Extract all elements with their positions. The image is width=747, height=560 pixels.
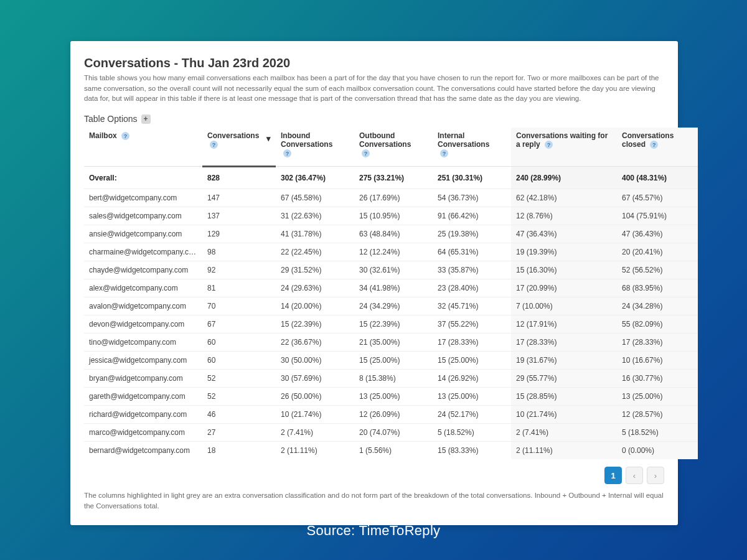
col-header-closed[interactable]: Conversations closed ? xyxy=(617,128,698,167)
cell: Overall: xyxy=(84,167,202,189)
cell: 19 (19.39%) xyxy=(511,243,617,261)
cell: 5 (18.52%) xyxy=(433,424,511,442)
chevron-left-icon: ‹ xyxy=(633,471,636,480)
cell: 22 (22.45%) xyxy=(276,243,354,261)
cell: ansie@widgetcompany.com xyxy=(84,225,202,243)
prev-page-button[interactable]: ‹ xyxy=(626,467,643,484)
cell: 63 (48.84%) xyxy=(354,225,433,243)
cell: 10 (21.74%) xyxy=(511,406,617,424)
cell: 54 (36.73%) xyxy=(433,189,511,207)
cell: 81 xyxy=(202,279,276,297)
cell: 29 (31.52%) xyxy=(276,261,354,279)
table-row: richard@widgetcompany.com4610 (21.74%)12… xyxy=(84,406,698,424)
col-header-waiting[interactable]: Conversations waiting for a reply ? xyxy=(511,128,617,167)
chevron-down-icon: ▾ xyxy=(266,134,271,143)
cell: 18 xyxy=(202,442,276,460)
cell: 13 (25.00%) xyxy=(354,388,433,406)
cell: 129 xyxy=(202,225,276,243)
cell: 10 (16.67%) xyxy=(617,352,698,370)
cell: 302 (36.47%) xyxy=(276,167,354,189)
help-icon[interactable]: ? xyxy=(283,149,291,157)
cell: 14 (20.00%) xyxy=(276,297,354,315)
cell: 15 (25.00%) xyxy=(433,352,511,370)
cell: 20 (20.41%) xyxy=(617,243,698,261)
cell: charmaine@widgetcompany.com xyxy=(84,243,202,261)
cell: 27 xyxy=(202,424,276,442)
pagination: 1 ‹ › xyxy=(84,467,664,484)
cell: 2 (7.41%) xyxy=(511,424,617,442)
cell: gareth@widgetcompany.com xyxy=(84,388,202,406)
cell: 32 (45.71%) xyxy=(433,297,511,315)
cell: 14 (26.92%) xyxy=(433,370,511,388)
cell: 29 (55.77%) xyxy=(511,370,617,388)
col-header-inbound[interactable]: Inbound Conversations ? xyxy=(276,128,354,167)
help-icon[interactable]: ? xyxy=(121,132,129,140)
col-header-outbound[interactable]: Outbound Conversations ? xyxy=(354,128,433,167)
cell: 26 (50.00%) xyxy=(276,388,354,406)
help-icon[interactable]: ? xyxy=(210,141,218,149)
cell: 251 (30.31%) xyxy=(433,167,511,189)
cell: 10 (21.74%) xyxy=(276,406,354,424)
cell: 52 (56.52%) xyxy=(617,261,698,279)
cell: 64 (65.31%) xyxy=(433,243,511,261)
cell: tino@widgetcompany.com xyxy=(84,334,202,352)
help-icon[interactable]: ? xyxy=(545,141,553,149)
col-header-mailbox[interactable]: Mailbox ? xyxy=(84,128,202,167)
col-header-label: Outbound Conversations xyxy=(359,131,411,149)
cell: 60 xyxy=(202,352,276,370)
overall-row: Overall:828302 (36.47%)275 (33.21%)251 (… xyxy=(84,167,698,189)
cell: sales@widgetcompany.com xyxy=(84,207,202,225)
cell: 17 (28.33%) xyxy=(433,334,511,352)
cell: 24 (34.29%) xyxy=(354,297,433,315)
cell: 104 (75.91%) xyxy=(617,207,698,225)
cell: 92 xyxy=(202,261,276,279)
conversations-table: Mailbox ? Conversations ? ▾ Inbound Conv… xyxy=(84,128,698,459)
cell: 30 (50.00%) xyxy=(276,352,354,370)
cell: richard@widgetcompany.com xyxy=(84,406,202,424)
cell: jessica@widgetcompany.com xyxy=(84,352,202,370)
cell: 275 (33.21%) xyxy=(354,167,433,189)
page-number-button[interactable]: 1 xyxy=(604,467,622,484)
table-row: bert@widgetcompany.com14767 (45.58%)26 (… xyxy=(84,189,698,207)
cell: 5 (18.52%) xyxy=(617,424,698,442)
help-icon[interactable]: ? xyxy=(650,141,658,149)
cell: 0 (0.00%) xyxy=(617,442,698,460)
table-row: bernard@widgetcompany.com182 (11.11%)1 (… xyxy=(84,442,698,460)
cell: 55 (82.09%) xyxy=(617,315,698,334)
cell: 47 (36.43%) xyxy=(511,225,617,243)
cell: 26 (17.69%) xyxy=(354,189,433,207)
help-icon[interactable]: ? xyxy=(362,149,370,157)
cell: 12 (12.24%) xyxy=(354,243,433,261)
cell: devon@widgetcompany.com xyxy=(84,315,202,334)
cell: chayde@widgetcompany.com xyxy=(84,261,202,279)
cell: 41 (31.78%) xyxy=(276,225,354,243)
table-options-label: Table Options xyxy=(84,114,138,124)
cell: 17 (20.99%) xyxy=(511,279,617,297)
cell: 17 (28.33%) xyxy=(617,334,698,352)
col-header-internal[interactable]: Internal Conversations ? xyxy=(433,128,511,167)
cell: 12 (26.09%) xyxy=(354,406,433,424)
col-header-label: Conversations waiting for a reply xyxy=(516,131,608,149)
cell: 400 (48.31%) xyxy=(617,167,698,189)
cell: 19 (31.67%) xyxy=(511,352,617,370)
cell: bernard@widgetcompany.com xyxy=(84,442,202,460)
cell: 1 (5.56%) xyxy=(354,442,433,460)
cell: 15 (22.39%) xyxy=(354,315,433,334)
cell: 22 (36.67%) xyxy=(276,334,354,352)
col-header-conversations[interactable]: Conversations ? ▾ xyxy=(202,128,276,167)
source-caption: Source: TimeToReply xyxy=(0,523,747,539)
table-row: jessica@widgetcompany.com6030 (50.00%)15… xyxy=(84,352,698,370)
cell: 15 (10.95%) xyxy=(354,207,433,225)
col-header-label: Inbound Conversations xyxy=(281,131,332,149)
cell: 47 (36.43%) xyxy=(617,225,698,243)
cell: 147 xyxy=(202,189,276,207)
cell: 12 (28.57%) xyxy=(617,406,698,424)
col-header-label: Conversations xyxy=(207,131,259,140)
next-page-button[interactable]: › xyxy=(647,467,664,484)
table-options-toggle[interactable]: Table Options + xyxy=(84,114,664,124)
cell: 20 (74.07%) xyxy=(354,424,433,442)
table-row: bryan@widgetcompany.com5230 (57.69%)8 (1… xyxy=(84,370,698,388)
cell: 15 (83.33%) xyxy=(433,442,511,460)
help-icon[interactable]: ? xyxy=(440,149,448,157)
cell: 8 (15.38%) xyxy=(354,370,433,388)
